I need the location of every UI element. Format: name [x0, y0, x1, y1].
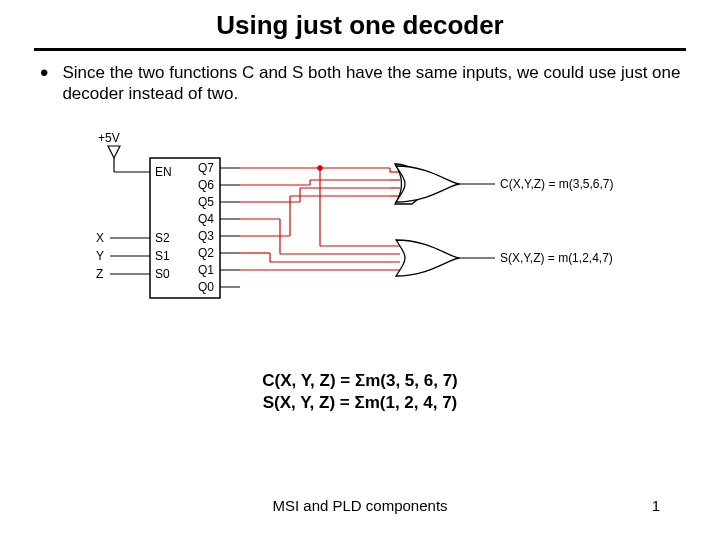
slide: Using just one decoder • Since the two f…	[0, 0, 720, 540]
or-gate-s: S(X,Y,Z) = m(1,2,4,7)	[396, 240, 613, 276]
equation-c: C(X, Y, Z) = Σm(3, 5, 6, 7)	[0, 370, 720, 392]
gate-s-label: S(X,Y,Z) = m(1,2,4,7)	[500, 251, 613, 265]
en-label: EN	[155, 165, 172, 179]
q2-label: Q2	[198, 246, 214, 260]
input-z: Z	[96, 267, 103, 281]
equations-block: C(X, Y, Z) = Σm(3, 5, 6, 7) S(X, Y, Z) =…	[0, 370, 720, 414]
q1-label: Q1	[198, 263, 214, 277]
input-wires: X Y Z S2 S1 S0	[96, 231, 170, 281]
bullet-text: Since the two functions C and S both hav…	[62, 62, 686, 105]
footer-title: MSI and PLD components	[0, 497, 720, 514]
gate-c-label: C(X,Y,Z) = m(3,5,6,7)	[500, 177, 613, 191]
vcc-label: +5V	[98, 131, 120, 145]
equation-s: S(X, Y, Z) = Σm(1, 2, 4, 7)	[0, 392, 720, 414]
bullet-row: • Since the two functions C and S both h…	[40, 62, 686, 105]
q3-label: Q3	[198, 229, 214, 243]
slide-title: Using just one decoder	[0, 10, 720, 41]
q4-label: Q4	[198, 212, 214, 226]
footer-page-number: 1	[652, 497, 660, 514]
select-s1: S1	[155, 249, 170, 263]
or-gate-c: C(X,Y,Z) = m(3,5,6,7)	[395, 164, 613, 204]
decoder-diagram: +5V EN X Y Z S2 S1 S0	[90, 128, 650, 318]
svg-marker-0	[108, 146, 120, 158]
bullet-dot-icon: •	[40, 64, 48, 82]
input-x: X	[96, 231, 104, 245]
select-s2: S2	[155, 231, 170, 245]
title-underline	[34, 48, 686, 51]
q7-label: Q7	[198, 161, 214, 175]
q5-label: Q5	[198, 195, 214, 209]
net-s	[240, 168, 400, 270]
vcc-symbol: +5V	[98, 131, 150, 172]
q6-label: Q6	[198, 178, 214, 192]
input-y: Y	[96, 249, 104, 263]
outputs: Q7 Q6 Q5 Q4 Q3 Q2 Q1	[198, 161, 240, 294]
q0-label: Q0	[198, 280, 214, 294]
select-s0: S0	[155, 267, 170, 281]
